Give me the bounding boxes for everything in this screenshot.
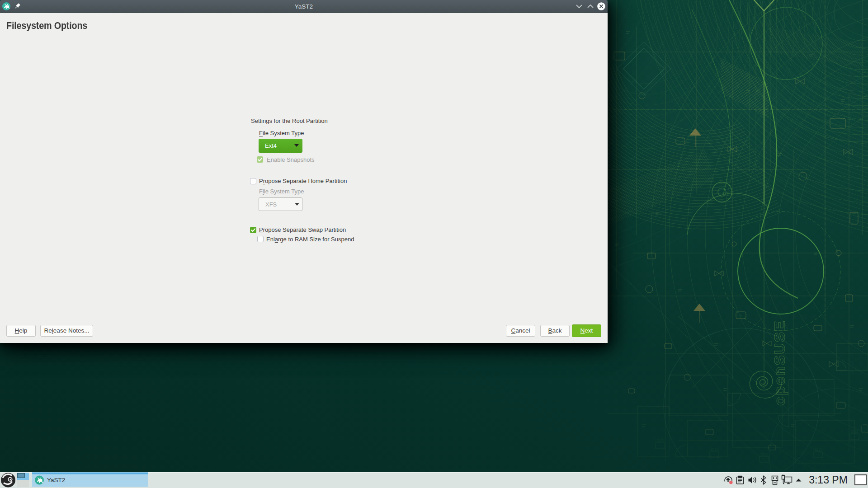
svg-text:openSUSE: openSUSE bbox=[771, 320, 788, 406]
